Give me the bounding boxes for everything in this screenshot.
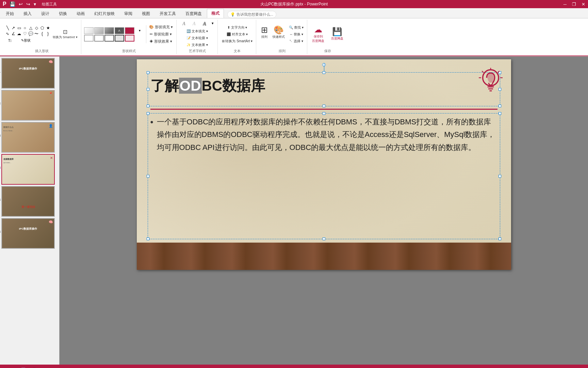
tab-format[interactable]: 格式 xyxy=(207,9,224,18)
wordart-style-1[interactable]: A xyxy=(179,20,189,27)
shape-style-1[interactable] xyxy=(84,27,94,34)
text-effect-btn[interactable]: ✨ 文本效果 ▾ xyxy=(179,42,215,48)
slide-thumb-4[interactable]: 连接数据库 基于ODBC... ✕ xyxy=(1,154,55,185)
save-btn[interactable]: 💾 xyxy=(9,1,16,7)
wordart-style-2[interactable]: A xyxy=(190,20,199,27)
shape-style-5[interactable] xyxy=(125,27,134,34)
triangle-icon[interactable]: △ xyxy=(28,25,33,31)
tab-slideshow[interactable]: 幻灯片放映 xyxy=(90,9,119,18)
arrow-icon[interactable]: ↗ xyxy=(11,25,16,31)
edit-shape-icon[interactable]: ✎形状 xyxy=(16,38,36,43)
circle-icon[interactable]: ○ xyxy=(22,25,28,31)
slide-thumb-2[interactable]: 📍 xyxy=(1,90,55,121)
wordart-more-btn[interactable]: ▾ xyxy=(210,20,215,26)
tab-transition[interactable]: 切换 xyxy=(54,9,71,18)
pentagon-icon[interactable]: ⬠ xyxy=(39,25,45,31)
cloud-icon[interactable]: ☁ xyxy=(16,31,22,36)
tab-design[interactable]: 设计 xyxy=(37,9,54,18)
slide-title-area[interactable]: 了解ODBC数据库 xyxy=(150,76,497,104)
minimize-btn[interactable]: ─ xyxy=(564,2,567,7)
tell-me-box[interactable]: 💡 告诉我您想要做什么... xyxy=(227,11,276,18)
text-box-icon[interactable]: T⃞ xyxy=(5,38,15,43)
text-fill-btn[interactable]: 🔤 文本填充 ▾ xyxy=(179,28,215,34)
find-btn[interactable]: 🔍 查找 ▾ xyxy=(288,25,305,31)
svg-line-5 xyxy=(482,71,484,73)
slide-thumb-row-6: 6 IPC数据库操作 🧠 xyxy=(1,218,58,249)
slideshow-btn[interactable]: ▶ xyxy=(529,367,536,368)
slide-thumb-5[interactable]: 第一课完结 xyxy=(1,186,55,217)
bullet-icon: • xyxy=(150,116,153,129)
slide-content-area[interactable]: • 一个基于ODBC的应用程序对数据库的操作不依赖任何DBMS，不直接与DBMS… xyxy=(150,116,497,239)
shape-style-more[interactable]: ▾ xyxy=(135,27,145,34)
callout-icon[interactable]: 💬 xyxy=(28,31,33,36)
diamond-icon[interactable]: ◇ xyxy=(34,25,39,31)
close-btn[interactable]: ✕ xyxy=(582,2,585,7)
save-to-baidu-btn[interactable]: ☁ 保存到百度网盘 xyxy=(310,24,326,45)
shape-styles-label: 形状样式 xyxy=(122,48,136,53)
shape-fill-btn[interactable]: 🎨 形状填充 ▾ xyxy=(148,24,174,30)
shape-style-6[interactable] xyxy=(84,35,94,42)
shape-outline-btn[interactable]: ✏ 形状轮廓 ▾ xyxy=(148,31,174,37)
align-text-btn[interactable]: ⬛ 对齐文本 ▾ xyxy=(220,31,254,37)
arrange-btn[interactable]: ⊞ 排列 xyxy=(259,25,270,44)
slide-thumb-6[interactable]: IPC数据库操作 🧠 xyxy=(1,218,55,249)
shape-style-4[interactable]: A xyxy=(115,27,124,34)
line-icon[interactable]: ╲ xyxy=(5,25,10,31)
normal-view-btn[interactable]: ⊞ xyxy=(497,367,504,368)
slide-content-bullet: • 一个基于ODBC的应用程序对数据库的操作不依赖任何DBMS，不直接与DBMS… xyxy=(150,116,497,154)
shape-style-8[interactable] xyxy=(104,35,114,42)
replace-btn[interactable]: ↔ 替换 ▾ xyxy=(288,31,305,37)
angle-icon[interactable]: ∠ xyxy=(11,31,16,36)
ribbon-group-insert-shapes: ╲ ↗ ▭ ○ △ ◇ ⬠ ★ ∿ ∠ ☁ ♡ 💬 〜 { xyxy=(3,20,81,54)
wordart-style-3[interactable]: A xyxy=(200,20,209,27)
wave-icon[interactable]: 〜 xyxy=(34,31,39,36)
bracket-icon[interactable]: } xyxy=(45,31,51,36)
customize-qat-btn[interactable]: ▾ xyxy=(33,1,37,7)
ribbon-group-shape-styles: A ▾ 🎨 形状填充 ▾ xyxy=(82,20,177,54)
tab-view[interactable]: 视图 xyxy=(137,9,154,18)
redo-btn[interactable]: ↪ xyxy=(25,1,31,7)
restore-btn[interactable]: ❐ xyxy=(572,2,576,7)
shape-style-2[interactable] xyxy=(94,27,104,34)
wordart-label: 艺术字样式 xyxy=(189,48,206,53)
smartart-btn[interactable]: ⊡ 转换为 SmartArt ▾ xyxy=(51,29,79,40)
tab-review[interactable]: 审阅 xyxy=(120,9,137,18)
title-suffix: BC数据库 xyxy=(202,78,265,94)
slide-thumb-1[interactable]: IPC数据库操作 🧠 xyxy=(1,58,55,89)
tab-animation[interactable]: 动画 xyxy=(72,9,89,18)
text-tools: ⬆ 文字方向 ▾ ⬛ 对齐文本 ▾ ⊞ 转换为 SmartArt ▾ xyxy=(220,20,254,48)
slide-divider xyxy=(150,109,497,110)
shape-style-9[interactable] xyxy=(115,35,124,42)
ribbon-group-wordart: A A A ▾ 🔤 文本填充 ▾ 📝 文本轮廓 ▾ ✨ 文本效果 ▾ 艺术字样式 xyxy=(177,20,218,54)
quick-styles-btn[interactable]: 🎨 快速样式 xyxy=(271,25,287,44)
tab-baidu[interactable]: 百度网盘 xyxy=(181,9,206,18)
svg-line-6 xyxy=(497,71,499,73)
rect-icon[interactable]: ▭ xyxy=(16,25,22,31)
text-outline-btn[interactable]: 📝 文本轮廓 ▾ xyxy=(179,35,215,41)
tab-insert[interactable]: 插入 xyxy=(19,9,36,18)
tab-start[interactable]: 开始 xyxy=(1,9,18,18)
brace-icon[interactable]: { xyxy=(39,31,45,36)
tab-developer[interactable]: 开发工具 xyxy=(155,9,180,18)
curve-icon[interactable]: ∿ xyxy=(5,31,10,36)
heart-icon[interactable]: ♡ xyxy=(22,31,28,36)
shape-style-3[interactable] xyxy=(104,27,114,34)
star-icon[interactable]: ★ xyxy=(45,25,51,31)
slide-thumb-row-4: 4 连接数据库 基于ODBC... ✕ xyxy=(1,154,58,185)
slide-num-6: 6 xyxy=(0,230,1,233)
baidu-disk-btn[interactable]: 💾 百度网盘 xyxy=(329,26,345,42)
slide-sorter-btn[interactable]: ⊟ xyxy=(508,367,514,368)
shape-style-10[interactable] xyxy=(125,35,134,42)
slide-num-5: 5 xyxy=(0,198,1,201)
slide-canvas[interactable]: 了解ODBC数据库 • 一个基于ODBC的应用程序对数据库的操 xyxy=(137,59,511,270)
convert-smartart-btn[interactable]: ⊞ 转换为 SmartArt ▾ xyxy=(220,38,254,44)
lightbulb-decoration-icon xyxy=(479,68,503,92)
text-direction-btn[interactable]: ⬆ 文字方向 ▾ xyxy=(220,25,254,31)
reading-view-btn[interactable]: 📖 xyxy=(519,367,525,368)
shape-effect-btn[interactable]: ◈ 形状效果 ▾ xyxy=(148,38,174,45)
wood-floor-decoration xyxy=(137,243,511,270)
slide-thumb-3[interactable]: 能做什么么 Access, MySql... 👤 xyxy=(1,122,55,153)
select-btn[interactable]: ↖ 选择 ▾ xyxy=(288,38,305,44)
undo-btn[interactable]: ↩ xyxy=(18,1,24,7)
shape-style-7[interactable] xyxy=(94,35,104,42)
